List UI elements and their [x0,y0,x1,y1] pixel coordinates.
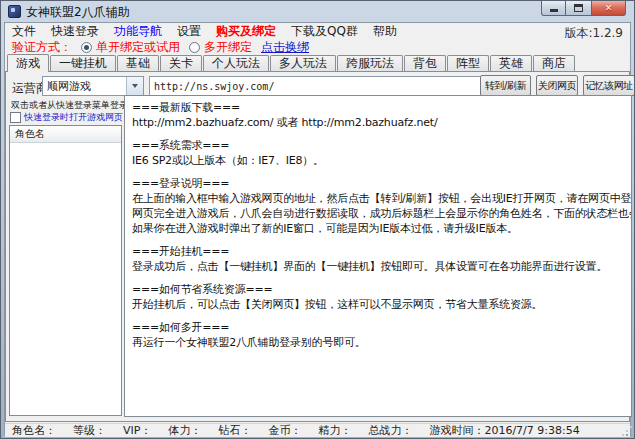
help-text-line: ===如何多开=== [132,320,624,335]
verification-row: 验证方式： 单开绑定或试用 多开绑定 点击换绑 [5,40,630,55]
help-text-line: 开始挂机后，可以点击【关闭网页】按钮，这样可以不显示网页，节省大量系统资源。 [132,297,624,312]
help-text-line [132,236,624,244]
menu-bar: 文件快速登录功能导航设置购买及绑定下载及QQ群帮助 [5,23,630,40]
help-text-line: ===最新版下载=== [132,100,624,115]
maximize-icon [574,4,583,12]
status-item: 钻石： [218,423,251,438]
status-bar: 角色名：等级：VIP：体力：钻石：金币：精力：总战力：游戏时间：2016/7/7… [5,423,630,437]
role-list[interactable]: 角色名 [9,125,122,416]
close-button[interactable]: ✕ [591,1,626,16]
help-text-line: 如果你在进入游戏时弹出了新的IE窗口，可能是因为IE版本过低，请升级IE版本。 [132,221,624,236]
tab[interactable]: 跨服玩法 [337,55,403,71]
app-window: 女神联盟2八爪辅助 ✕ 文件快速登录功能导航设置购买及绑定下载及QQ群帮助 版本… [0,0,635,439]
tab[interactable]: 阵型 [447,55,489,71]
minimize-icon [550,9,558,12]
tab[interactable]: 商店 [533,55,575,71]
menu-item[interactable]: 快速登录 [51,23,99,40]
menu-item[interactable]: 下载及QQ群 [291,23,358,40]
menu-item[interactable]: 设置 [177,23,201,40]
close-icon: ✕ [605,3,613,13]
status-item: 角色名： [12,423,56,438]
help-text-line [132,168,624,176]
help-text-line: ===登录说明=== [132,176,624,191]
menu-item[interactable]: 文件 [12,23,36,40]
window-controls: ✕ [541,1,626,16]
help-text-line: http://mm2.bazhuafz.com/ 或者 http://mm2.b… [132,115,624,130]
window-title: 女神联盟2八爪辅助 [26,4,130,21]
go-refresh-button[interactable]: 转到/刷新 [480,75,531,96]
help-text-line [132,130,624,138]
url-input[interactable] [149,76,483,96]
tab[interactable]: 英雄 [490,55,532,71]
app-icon [8,5,21,18]
operator-dropdown[interactable]: 顺网游戏 [42,76,144,96]
menu-item[interactable]: 帮助 [373,23,397,40]
tab-bar: 游戏一键挂机基础关卡个人玩法多人玩法跨服玩法背包阵型英雄商店 [7,54,630,71]
status-item: 总战力： [368,423,412,438]
help-text-line: 网页完全进入游戏后，八爪会自动进行数据读取，成功后标题栏上会显示你的角色姓名，下… [132,206,624,221]
radio-checked-icon[interactable] [81,42,92,53]
help-text-line: ===开始挂机=== [132,244,624,259]
help-text-line: ===如何节省系统资源=== [132,282,624,297]
checkbox-icon[interactable] [10,112,21,123]
menu-item[interactable]: 功能导航 [114,23,162,40]
tab[interactable]: 背包 [404,55,446,71]
radio-unchecked-icon[interactable] [189,42,200,53]
help-text-line: IE6 SP2或以上版本（如：IE7、IE8）。 [132,153,624,168]
tab[interactable]: 基础 [117,55,159,71]
help-text-line: 再运行一个女神联盟2八爪辅助登录别的号即可。 [132,335,624,350]
role-list-header[interactable]: 角色名 [10,126,121,143]
tab[interactable]: 多人玩法 [270,55,336,71]
resize-grip[interactable] [622,426,633,437]
remember-url-button[interactable]: 记忆该网址 [583,75,635,96]
status-item: 体力： [168,423,201,438]
tab[interactable]: 游戏 [7,54,49,72]
status-item: VIP： [123,423,151,438]
help-text-line: 在上面的输入框中输入游戏网页的地址，然后点击【转到/刷新】按钮，会出现IE打开网… [132,191,624,206]
tab[interactable]: 个人玩法 [203,55,269,71]
chevron-down-icon[interactable] [126,77,143,95]
titlebar[interactable]: 女神联盟2八爪辅助 ✕ [1,1,634,22]
status-item: 等级： [73,423,106,438]
minimize-button[interactable] [541,1,566,16]
operator-dropdown-value: 顺网游戏 [43,79,126,94]
help-text-line [132,312,624,320]
status-item: 精力： [318,423,351,438]
tab[interactable]: 关卡 [160,55,202,71]
status-item: 金币： [268,423,301,438]
open-webpage-checkbox-label: 快速登录时打开游戏网页 [24,111,123,124]
white-patch-overlay [497,366,630,412]
help-text-line [132,274,624,282]
maximize-button[interactable] [566,1,591,16]
menu-item[interactable]: 购买及绑定 [216,23,276,40]
open-webpage-checkbox-row[interactable]: 快速登录时打开游戏网页 [10,111,123,124]
help-text-line: ===系统需求=== [132,138,624,153]
tab[interactable]: 一键挂机 [50,55,116,71]
close-webpage-button[interactable]: 关闭网页 [536,75,578,96]
status-item: 游戏时间：2016/7/7 9:38:54 [429,423,579,438]
help-text-line: 登录成功后，点击【一键挂机】界面的【一键挂机】按钮即可。具体设置可在各功能界面进… [132,259,624,274]
